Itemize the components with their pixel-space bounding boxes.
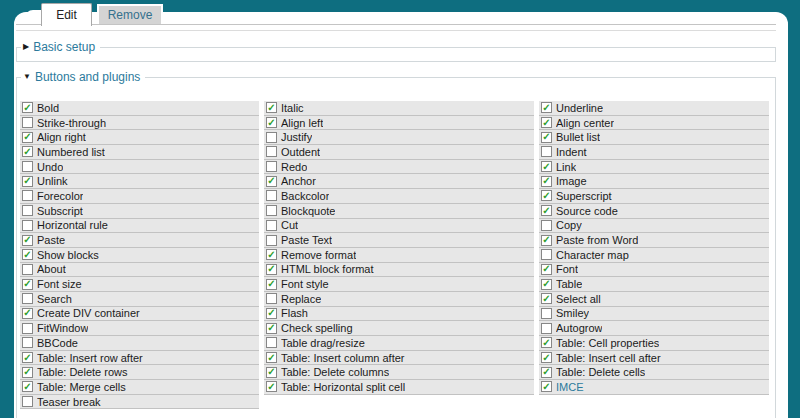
checked-checkbox-icon[interactable]: ✓ bbox=[541, 279, 552, 290]
checkbox-item[interactable]: ✓Table: Horizontal split cell bbox=[264, 380, 534, 395]
checkbox-item[interactable]: ✓Font bbox=[539, 263, 769, 278]
checked-checkbox-icon[interactable]: ✓ bbox=[266, 176, 277, 187]
checked-checkbox-icon[interactable]: ✓ bbox=[266, 323, 277, 334]
unchecked-checkbox-icon[interactable] bbox=[22, 337, 33, 348]
checkbox-item[interactable]: ✓Paste bbox=[20, 233, 259, 248]
unchecked-checkbox-icon[interactable] bbox=[22, 293, 33, 304]
checkbox-item[interactable]: BBCode bbox=[20, 336, 259, 351]
checked-checkbox-icon[interactable]: ✓ bbox=[22, 279, 33, 290]
checkbox-item[interactable]: ✓IMCE bbox=[539, 380, 769, 395]
checkbox-item[interactable]: ✓Remove format bbox=[264, 248, 534, 263]
checked-checkbox-icon[interactable]: ✓ bbox=[266, 279, 277, 290]
checkbox-item[interactable]: ✓Align right bbox=[20, 130, 259, 145]
checkbox-item[interactable]: ✓Table: Merge cells bbox=[20, 380, 259, 395]
unchecked-checkbox-icon[interactable] bbox=[541, 308, 552, 319]
unchecked-checkbox-icon[interactable] bbox=[266, 146, 277, 157]
checkbox-item[interactable]: Teaser break bbox=[20, 395, 259, 410]
fieldset-buttons-and-plugins-legend[interactable]: ▼ Buttons and plugins bbox=[21, 70, 145, 84]
checkbox-item[interactable]: ✓Table: Insert row after bbox=[20, 351, 259, 366]
checkbox-item[interactable]: ✓Create DIV container bbox=[20, 307, 259, 322]
checkbox-item[interactable]: Backcolor bbox=[264, 189, 534, 204]
checkbox-item[interactable]: ✓Table: Cell properties bbox=[539, 336, 769, 351]
checked-checkbox-icon[interactable]: ✓ bbox=[266, 117, 277, 128]
checked-checkbox-icon[interactable]: ✓ bbox=[266, 102, 277, 113]
checked-checkbox-icon[interactable]: ✓ bbox=[266, 352, 277, 363]
checked-checkbox-icon[interactable]: ✓ bbox=[541, 381, 552, 392]
checked-checkbox-icon[interactable]: ✓ bbox=[541, 190, 552, 201]
checked-checkbox-icon[interactable]: ✓ bbox=[22, 249, 33, 260]
checked-checkbox-icon[interactable]: ✓ bbox=[22, 308, 33, 319]
checked-checkbox-icon[interactable]: ✓ bbox=[22, 352, 33, 363]
unchecked-checkbox-icon[interactable] bbox=[22, 396, 33, 407]
checkbox-item[interactable]: ✓Check spelling bbox=[264, 321, 534, 336]
checkbox-item[interactable]: Subscript bbox=[20, 204, 259, 219]
checked-checkbox-icon[interactable]: ✓ bbox=[541, 337, 552, 348]
checked-checkbox-icon[interactable]: ✓ bbox=[541, 117, 552, 128]
checked-checkbox-icon[interactable]: ✓ bbox=[541, 205, 552, 216]
checkbox-item[interactable]: ✓Show blocks bbox=[20, 248, 259, 263]
unchecked-checkbox-icon[interactable] bbox=[541, 220, 552, 231]
checkbox-item[interactable]: ✓Table: Delete rows bbox=[20, 365, 259, 380]
unchecked-checkbox-icon[interactable] bbox=[266, 337, 277, 348]
checkbox-item[interactable]: ✓Bold bbox=[20, 101, 259, 116]
checkbox-item[interactable]: ✓Align left bbox=[264, 116, 534, 131]
checked-checkbox-icon[interactable]: ✓ bbox=[266, 381, 277, 392]
checked-checkbox-icon[interactable]: ✓ bbox=[541, 132, 552, 143]
checked-checkbox-icon[interactable]: ✓ bbox=[541, 176, 552, 187]
checkbox-item[interactable]: Strike-through bbox=[20, 116, 259, 131]
checked-checkbox-icon[interactable]: ✓ bbox=[541, 161, 552, 172]
unchecked-checkbox-icon[interactable] bbox=[22, 117, 33, 128]
tab-remove[interactable]: Remove bbox=[97, 4, 163, 24]
unchecked-checkbox-icon[interactable] bbox=[266, 293, 277, 304]
checked-checkbox-icon[interactable]: ✓ bbox=[541, 293, 552, 304]
checkbox-item[interactable]: ✓Source code bbox=[539, 204, 769, 219]
checked-checkbox-icon[interactable]: ✓ bbox=[22, 381, 33, 392]
checkbox-item[interactable]: ✓Bullet list bbox=[539, 130, 769, 145]
checked-checkbox-icon[interactable]: ✓ bbox=[266, 249, 277, 260]
checkbox-item[interactable]: ✓Superscript bbox=[539, 189, 769, 204]
checkbox-item[interactable]: ✓Table: Insert column after bbox=[264, 351, 534, 366]
unchecked-checkbox-icon[interactable] bbox=[22, 220, 33, 231]
checkbox-item[interactable]: ✓Unlink bbox=[20, 174, 259, 189]
checked-checkbox-icon[interactable]: ✓ bbox=[541, 367, 552, 378]
unchecked-checkbox-icon[interactable] bbox=[22, 264, 33, 275]
checked-checkbox-icon[interactable]: ✓ bbox=[22, 367, 33, 378]
checkbox-item[interactable]: ✓Anchor bbox=[264, 174, 534, 189]
checkbox-item[interactable]: Outdent bbox=[264, 145, 534, 160]
unchecked-checkbox-icon[interactable] bbox=[541, 249, 552, 260]
checkbox-item[interactable]: Search bbox=[20, 292, 259, 307]
unchecked-checkbox-icon[interactable] bbox=[22, 205, 33, 216]
checkbox-item[interactable]: Justify bbox=[264, 130, 534, 145]
checked-checkbox-icon[interactable]: ✓ bbox=[22, 146, 33, 157]
unchecked-checkbox-icon[interactable] bbox=[266, 235, 277, 246]
checkbox-item[interactable]: Character map bbox=[539, 248, 769, 263]
checkbox-item[interactable]: Replace bbox=[264, 292, 534, 307]
checkbox-item[interactable]: ✓Align center bbox=[539, 116, 769, 131]
checkbox-item[interactable]: ✓Font size bbox=[20, 277, 259, 292]
checked-checkbox-icon[interactable]: ✓ bbox=[22, 176, 33, 187]
checkbox-item[interactable]: ✓Image bbox=[539, 174, 769, 189]
checkbox-item[interactable]: Undo bbox=[20, 160, 259, 175]
checkbox-item[interactable]: Autogrow bbox=[539, 321, 769, 336]
checkbox-item[interactable]: ✓Table: Delete cells bbox=[539, 365, 769, 380]
checkbox-item[interactable]: ✓Table bbox=[539, 277, 769, 292]
checkbox-item[interactable]: Paste Text bbox=[264, 233, 534, 248]
fieldset-basic-setup-legend[interactable]: ▶ Basic setup bbox=[21, 40, 100, 54]
checkbox-item[interactable]: About bbox=[20, 263, 259, 278]
checkbox-item[interactable]: ✓Table: Delete columns bbox=[264, 365, 534, 380]
unchecked-checkbox-icon[interactable] bbox=[22, 161, 33, 172]
checked-checkbox-icon[interactable]: ✓ bbox=[22, 235, 33, 246]
checkbox-item[interactable]: Cut bbox=[264, 219, 534, 234]
checkbox-item[interactable]: ✓HTML block format bbox=[264, 263, 534, 278]
checkbox-item[interactable]: ✓Link bbox=[539, 160, 769, 175]
checkbox-item[interactable]: ✓Font style bbox=[264, 277, 534, 292]
checkbox-item[interactable]: FitWindow bbox=[20, 321, 259, 336]
tab-edit[interactable]: Edit bbox=[41, 3, 92, 26]
unchecked-checkbox-icon[interactable] bbox=[22, 190, 33, 201]
checkbox-item[interactable]: Indent bbox=[539, 145, 769, 160]
checked-checkbox-icon[interactable]: ✓ bbox=[22, 102, 33, 113]
checked-checkbox-icon[interactable]: ✓ bbox=[541, 102, 552, 113]
unchecked-checkbox-icon[interactable] bbox=[541, 323, 552, 334]
checked-checkbox-icon[interactable]: ✓ bbox=[266, 308, 277, 319]
checked-checkbox-icon[interactable]: ✓ bbox=[22, 132, 33, 143]
